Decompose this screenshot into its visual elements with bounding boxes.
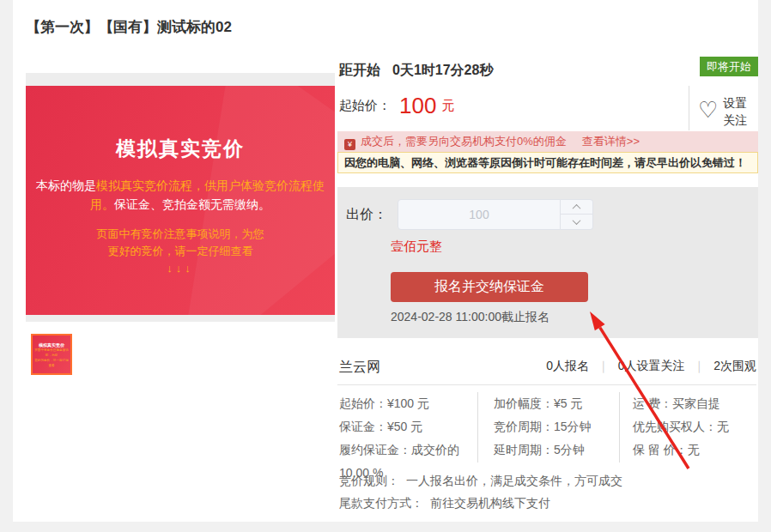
image-thumbnail[interactable]: 模拟真实竞价 页面中有竞价注意事项说明，为您 更好的竞价，请一定仔细查看 <box>31 334 72 375</box>
auction-panel: 距开始0天1时17分28秒 即将开始 起始价：100元 ♡ 设置 关注 ¥成交后… <box>337 0 758 522</box>
bid-row: 出价： <box>346 199 593 230</box>
banner-text-white-2: 保证金、竞拍金额无需缴纳。 <box>114 197 270 211</box>
detail-delay-period: 延时周期：5分钟 <box>494 438 619 462</box>
detail-shipping: 运 费：买家自提 <box>633 392 756 415</box>
countdown: 距开始0天1时17分28秒 <box>339 62 493 80</box>
signup-deadline: 2024-02-28 11:00:00截止报名 <box>391 310 549 325</box>
stepper-decrease-button[interactable] <box>561 215 592 229</box>
main-banner-image: 模拟真实竞价 本标的物是模拟真实竞价流程，供用户体验竞价流程使用。保证金、竞拍金… <box>26 86 335 315</box>
signup-pay-deposit-button[interactable]: 报名并交纳保证金 <box>391 272 588 302</box>
vertical-divider <box>689 86 689 130</box>
main-content: 【第一次】【国有】测试标的02 模拟真实竞价 本标的物是模拟真实竞价流程，供用户… <box>13 0 758 522</box>
detail-start-price: 起始价：¥100 元 <box>339 392 477 415</box>
commission-notice-bar: ¥成交后，需要另向交易机构支付0%的佣金查看详情>> <box>337 131 758 152</box>
banner-text-white-1: 本标的物是 <box>36 178 96 192</box>
view-count: 2次围观 <box>713 359 756 372</box>
bid-label: 出价： <box>346 199 387 230</box>
banner-headline: 模拟真实竞价 <box>26 136 335 162</box>
start-price-label: 起始价： <box>339 98 391 112</box>
detail-bid-period: 竞价周期：15分钟 <box>494 415 619 438</box>
banner-note-line1: 页面中有竞价注意事项说明，为您 <box>26 226 335 243</box>
amount-in-words: 壹佰元整 <box>391 239 442 255</box>
status-badge: 即将开始 <box>700 57 758 76</box>
stepper-increase-button[interactable] <box>561 200 592 215</box>
details-column-3: 运 费：买家自提 优先购买权人：无 保 留 价：无 <box>619 392 756 462</box>
payment-method: 尾款支付方式：前往交易机构线下支付 <box>339 496 550 511</box>
detail-reserve-price: 保 留 价：无 <box>633 438 756 462</box>
heart-icon: ♡ <box>698 93 718 127</box>
signup-count: 0人报名 <box>546 359 589 372</box>
banner-note-line2: 更好的竞价，请一定仔细查看 <box>26 243 335 260</box>
commission-notice-text: 成交后，需要另向交易机构支付0%的佣金 <box>361 135 567 148</box>
countdown-label: 距开始 <box>339 63 380 77</box>
start-price-unit: 元 <box>441 98 454 112</box>
main-image-frame: 模拟真实竞价 本标的物是模拟真实竞价流程，供用户体验竞价流程使用。保证金、竞拍金… <box>26 73 335 322</box>
page-title: 【第一次】【国有】测试标的02 <box>26 17 232 37</box>
divider-line <box>337 384 756 385</box>
stats-separator: ｜ <box>693 359 705 372</box>
bid-input[interactable] <box>398 199 561 230</box>
bidding-rules-label: 竞价规则： <box>339 474 399 487</box>
thumbnail-headline: 模拟真实竞价 <box>33 342 70 348</box>
detail-deposit: 保证金：¥50 元 <box>339 415 477 438</box>
follow-count: 0人设置关注 <box>618 359 685 372</box>
bid-stepper <box>561 199 593 230</box>
fee-icon: ¥ <box>344 139 355 150</box>
thumbnail-text-line: 页面中有竞价注意事项说明，为您 <box>34 348 69 358</box>
stats-row: 兰云网 0人报名｜0人设置关注｜2次围观 <box>339 359 756 377</box>
detail-increment: 加价幅度：¥5 元 <box>494 392 619 415</box>
auction-details-grid: 起始价：¥100 元 保证金：¥50 元 履约保证金：成交价的 10.00 % … <box>337 392 758 485</box>
bidding-rules-value: 一人报名出价，满足成交条件，方可成交 <box>406 474 622 487</box>
start-price-row: 起始价：100元 ♡ 设置 关注 <box>339 93 758 130</box>
details-column-2: 加价幅度：¥5 元 竞价周期：15分钟 延时周期：5分钟 <box>477 392 619 462</box>
set-follow-button[interactable]: ♡ 设置 关注 <box>698 93 747 129</box>
chevron-up-icon <box>573 203 581 212</box>
bid-box: 出价： 壹佰元整 报名并交纳保证金 2024-02-28 11:00:00截止报… <box>337 187 758 338</box>
stats: 0人报名｜0人设置关注｜2次围观 <box>546 359 756 374</box>
stats-separator: ｜ <box>598 359 610 372</box>
bidding-rules: 竞价规则：一人报名出价，满足成交条件，方可成交 <box>339 474 622 489</box>
platform-name: 兰云网 <box>339 359 380 377</box>
detail-priority-buyer: 优先购买权人：无 <box>633 415 756 438</box>
follow-label: 设置 关注 <box>723 93 747 129</box>
down-arrows-icon: ↓↓↓ <box>26 260 335 277</box>
time-warning-bar: 因您的电脑、网络、浏览器等原因倒计时可能存在时间差，请尽早出价以免错过！ <box>337 152 758 173</box>
view-details-link[interactable]: 查看详情>> <box>582 135 640 148</box>
banner-note: 页面中有竞价注意事项说明，为您 更好的竞价，请一定仔细查看 ↓↓↓ <box>26 226 335 277</box>
countdown-value: 0天1时17分28秒 <box>392 63 493 77</box>
start-price-value: 100 <box>399 93 436 118</box>
payment-method-label: 尾款支付方式： <box>339 496 423 510</box>
thumbnail-text-line: 更好的竞价，请一定仔细查看 <box>34 359 69 368</box>
payment-method-value: 前往交易机构线下支付 <box>430 496 550 510</box>
details-column-1: 起始价：¥100 元 保证金：¥50 元 履约保证金：成交价的 10.00 % <box>337 392 477 485</box>
chevron-down-icon <box>573 216 581 225</box>
banner-paragraph: 本标的物是模拟真实竞价流程，供用户体验竞价流程使用。保证金、竞拍金额无需缴纳。 <box>33 176 328 214</box>
